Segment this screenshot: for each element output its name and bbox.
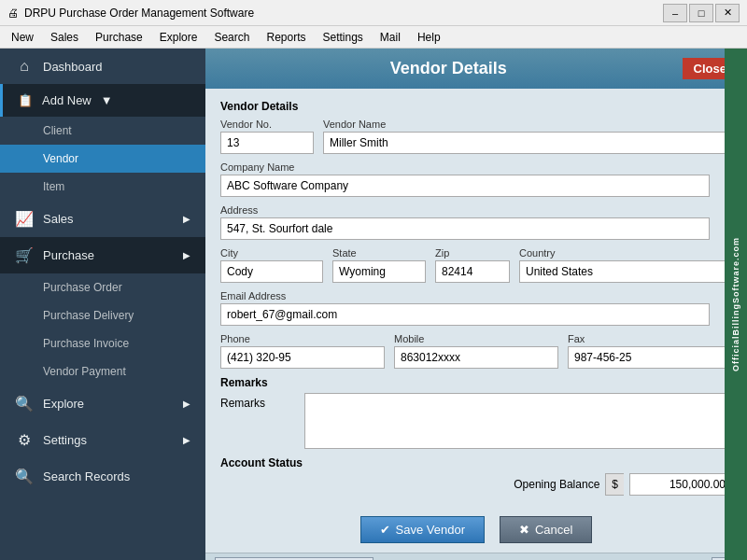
vendor-panel: Vendor Details Close Vendor Details Vend… xyxy=(205,49,747,560)
title-bar-controls: – □ ✕ xyxy=(663,4,740,22)
sidebar-item-client[interactable]: Client xyxy=(0,117,205,145)
sidebar-purchase-label: Purchase xyxy=(43,248,94,262)
vendor-name-label: Vendor Name xyxy=(323,119,732,130)
vendor-panel-title: Vendor Details xyxy=(215,59,683,78)
address-group: Address xyxy=(220,204,732,240)
menu-settings[interactable]: Settings xyxy=(316,29,371,46)
email-input[interactable] xyxy=(220,303,710,326)
sidebar-sales-label: Sales xyxy=(43,212,74,226)
vendor-header: Vendor Details Close xyxy=(205,49,747,89)
menu-new[interactable]: New xyxy=(4,29,41,46)
state-group: State xyxy=(332,247,426,283)
sales-arrow-icon: ▶ xyxy=(183,214,190,224)
dashboard-icon: ⌂ xyxy=(15,58,34,75)
menu-sales[interactable]: Sales xyxy=(43,29,86,46)
save-vendor-button[interactable]: ✔ Save Vendor xyxy=(360,516,485,543)
menu-search[interactable]: Search xyxy=(206,29,257,46)
menu-mail[interactable]: Mail xyxy=(373,29,408,46)
email-group: Email Address xyxy=(220,290,732,326)
settings-icon: ⚙ xyxy=(15,431,34,449)
sidebar-item-item[interactable]: Item xyxy=(0,173,205,201)
address-input[interactable] xyxy=(220,217,710,240)
vendor-no-input[interactable] xyxy=(220,132,314,154)
company-name-label: Company Name xyxy=(220,161,732,173)
city-state-zip-country-row: City State Zip Country xyxy=(220,247,732,283)
minimize-button[interactable]: – xyxy=(663,4,687,22)
content-area: OfficialBillingSoftware.com Vendor Detai… xyxy=(205,49,747,560)
cancel-icon: ✖ xyxy=(519,523,529,537)
menu-reports[interactable]: Reports xyxy=(259,29,313,46)
phone-label: Phone xyxy=(220,333,385,344)
title-bar: 🖨 DRPU Purchase Order Management Softwar… xyxy=(0,0,747,26)
sidebar-item-search-records[interactable]: 🔍 Search Records xyxy=(0,458,205,495)
sidebar-item-purchase-invoice[interactable]: Purchase Invoice xyxy=(0,329,205,357)
menu-explore[interactable]: Explore xyxy=(152,29,205,46)
cancel-button[interactable]: ✖ Cancel xyxy=(500,516,592,543)
sidebar-item-vendor[interactable]: Vendor xyxy=(0,145,205,173)
dollar-sign: $ xyxy=(605,473,624,496)
remarks-section-label: Remarks xyxy=(220,376,732,389)
country-group: Country xyxy=(519,247,732,283)
sidebar-dashboard-label: Dashboard xyxy=(43,60,103,74)
vendor-no-name-row: Vendor No. Vendor Name xyxy=(220,119,732,154)
watermark: OfficialBillingSoftware.com xyxy=(725,49,747,560)
sidebar-item-sales[interactable]: 📈 Sales ▶ xyxy=(0,201,205,237)
sidebar: ⌂ Dashboard 📋 Add New ▼ Client Vendor It… xyxy=(0,49,205,560)
vendor-name-input[interactable] xyxy=(323,132,732,154)
main-layout: ⌂ Dashboard 📋 Add New ▼ Client Vendor It… xyxy=(0,49,747,560)
menu-purchase[interactable]: Purchase xyxy=(88,29,150,46)
mobile-label: Mobile xyxy=(394,333,558,344)
city-input[interactable] xyxy=(220,260,323,283)
vendor-name-group: Vendor Name xyxy=(323,119,732,154)
app-title: DRPU Purchase Order Management Software xyxy=(24,7,254,20)
address-label: Address xyxy=(220,204,732,216)
remarks-row: Remarks xyxy=(220,393,732,449)
zip-input[interactable] xyxy=(435,260,510,283)
checkmark-icon: ✔ xyxy=(380,523,390,537)
phone-input[interactable] xyxy=(220,346,385,369)
menu-bar: New Sales Purchase Explore Search Report… xyxy=(0,26,747,49)
zip-label: Zip xyxy=(435,247,510,259)
remarks-field-label: Remarks xyxy=(220,393,295,410)
opening-balance-label: Opening Balance xyxy=(514,478,599,491)
state-input[interactable] xyxy=(332,260,426,283)
action-buttons-row: ✔ Save Vendor ✖ Cancel xyxy=(205,507,747,553)
sidebar-add-new-label: Add New xyxy=(42,93,92,107)
fax-group: Fax xyxy=(568,333,732,369)
opening-balance-input[interactable] xyxy=(629,473,732,496)
purchase-icon: 🛒 xyxy=(15,246,34,264)
add-new-icon: 📋 xyxy=(18,93,33,107)
phone-group: Phone xyxy=(220,333,385,369)
mobile-input[interactable] xyxy=(394,346,558,369)
account-status-label: Account Status xyxy=(220,456,732,469)
sidebar-item-purchase[interactable]: 🛒 Purchase ▶ xyxy=(0,237,205,273)
sidebar-item-purchase-order[interactable]: Purchase Order xyxy=(0,273,205,301)
mobile-group: Mobile xyxy=(394,333,558,369)
vendor-body: Vendor Details Vendor No. Vendor Name Co… xyxy=(205,89,747,507)
maximize-button[interactable]: □ xyxy=(689,4,713,22)
sidebar-item-purchase-delivery[interactable]: Purchase Delivery xyxy=(0,301,205,329)
section-vendor-details-label: Vendor Details xyxy=(220,100,732,113)
fax-input[interactable] xyxy=(568,346,732,369)
country-label: Country xyxy=(519,247,732,259)
vendor-no-label: Vendor No. xyxy=(220,119,314,130)
sidebar-item-dashboard[interactable]: ⌂ Dashboard xyxy=(0,49,205,84)
sidebar-item-explore[interactable]: 🔍 Explore ▶ xyxy=(0,385,205,422)
fax-label: Fax xyxy=(568,333,732,344)
sidebar-item-settings[interactable]: ⚙ Settings ▶ xyxy=(0,422,205,458)
city-group: City xyxy=(220,247,323,283)
explore-icon: 🔍 xyxy=(15,395,34,413)
sidebar-item-vendor-payment[interactable]: Vendor Payment xyxy=(0,357,205,385)
sales-icon: 📈 xyxy=(15,210,34,228)
close-window-button[interactable]: ✕ xyxy=(715,4,740,22)
menu-help[interactable]: Help xyxy=(410,29,448,46)
remarks-textarea[interactable] xyxy=(304,393,732,449)
zip-group: Zip xyxy=(435,247,510,283)
company-name-group: Company Name xyxy=(220,161,732,197)
opening-balance-row: Opening Balance $ xyxy=(220,473,732,496)
country-input[interactable] xyxy=(519,260,732,283)
sidebar-item-add-new[interactable]: 📋 Add New ▼ xyxy=(0,84,205,117)
company-name-input[interactable] xyxy=(220,175,710,197)
email-label: Email Address xyxy=(220,290,732,301)
city-label: City xyxy=(220,247,323,259)
